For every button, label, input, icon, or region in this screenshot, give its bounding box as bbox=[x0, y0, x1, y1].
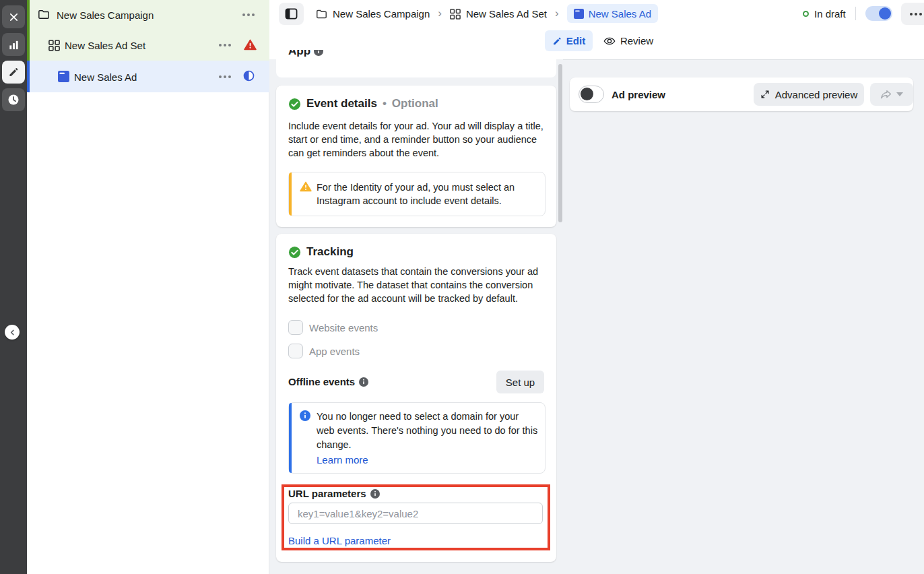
status-label: In draft bbox=[814, 8, 846, 20]
tree-row-label: New Sales Ad bbox=[74, 71, 137, 83]
more-options-icon[interactable] bbox=[219, 75, 231, 78]
folder-icon bbox=[316, 7, 327, 20]
tab-edit[interactable]: Edit bbox=[545, 30, 593, 51]
edit-tool-button[interactable] bbox=[2, 61, 25, 84]
title-separator: • bbox=[383, 97, 387, 110]
warning-accent-bar bbox=[289, 172, 292, 216]
more-actions-button[interactable] bbox=[901, 3, 924, 25]
divider bbox=[563, 59, 924, 60]
optional-badge: Optional bbox=[392, 97, 438, 110]
info-note: You no longer need to select a domain fo… bbox=[288, 402, 546, 474]
check-circle-icon bbox=[288, 98, 301, 110]
campaign-tree-panel: New Sales Campaign New Sales Ad Set New … bbox=[27, 0, 269, 574]
warning-note: For the Identity of your ad, you must se… bbox=[288, 172, 546, 216]
app-card-clipped-title: App bbox=[288, 50, 369, 59]
tracking-card: Tracking Track event datasets that conta… bbox=[276, 234, 556, 562]
advanced-preview-label: Advanced preview bbox=[775, 89, 858, 100]
scrollbar-thumb[interactable] bbox=[558, 64, 562, 222]
tab-review-label: Review bbox=[620, 35, 653, 46]
warning-icon bbox=[300, 181, 312, 192]
website-events-checkbox[interactable] bbox=[288, 320, 303, 335]
close-icon bbox=[9, 12, 19, 22]
edit-pencil-icon bbox=[8, 67, 19, 77]
tree-row-label: New Sales Ad Set bbox=[65, 40, 145, 51]
breadcrumb-ad-label: New Sales Ad bbox=[589, 8, 651, 20]
info-icon bbox=[370, 489, 380, 499]
url-parameters-input[interactable] bbox=[288, 503, 543, 524]
app-card-title: App bbox=[288, 50, 310, 58]
collapse-chevron-icon bbox=[9, 329, 16, 336]
share-icon bbox=[880, 90, 892, 100]
tab-edit-label: Edit bbox=[566, 35, 585, 46]
ad-preview-toggle[interactable] bbox=[579, 86, 604, 103]
adset-grid-icon bbox=[450, 7, 461, 20]
ad-preview-card: Ad preview Advanced preview bbox=[570, 77, 913, 111]
build-url-parameter-link[interactable]: Build a URL parameter bbox=[288, 535, 391, 546]
learn-more-link[interactable]: Learn more bbox=[317, 454, 368, 466]
section-title: Tracking bbox=[306, 245, 354, 259]
error-triangle-icon bbox=[244, 39, 257, 51]
more-options-icon[interactable] bbox=[242, 13, 255, 16]
more-options-icon bbox=[910, 13, 922, 15]
tree-row-ad[interactable]: New Sales Ad bbox=[30, 61, 269, 92]
adset-grid-icon bbox=[48, 40, 60, 51]
toggle-knob bbox=[879, 7, 891, 20]
ad-icon bbox=[58, 71, 69, 82]
offline-events-label: Offline events bbox=[288, 376, 355, 387]
edit-pencil-icon bbox=[552, 36, 562, 46]
checkbox-label: Website events bbox=[309, 322, 378, 333]
breadcrumb-adset[interactable]: New Sales Ad Set bbox=[466, 8, 547, 20]
collapse-panel-button[interactable] bbox=[5, 325, 20, 340]
toggle-knob bbox=[581, 88, 593, 100]
section-body: Track event datasets that contain the co… bbox=[288, 265, 547, 305]
more-options-icon[interactable] bbox=[219, 44, 231, 46]
url-parameters-label: URL parameters bbox=[288, 488, 366, 499]
breadcrumb-campaign[interactable]: New Sales Campaign bbox=[333, 8, 430, 20]
tree-row-label: New Sales Campaign bbox=[57, 9, 154, 21]
breadcrumb-ad-current[interactable]: New Sales Ad bbox=[567, 4, 658, 23]
checkbox-label: App events bbox=[309, 346, 360, 357]
section-title: Event details bbox=[306, 97, 377, 110]
close-button[interactable] bbox=[2, 5, 25, 28]
chevron-down-icon bbox=[896, 92, 903, 96]
info-icon bbox=[314, 50, 323, 56]
draft-status-icon bbox=[803, 11, 809, 17]
tab-review[interactable]: Review bbox=[601, 30, 655, 51]
share-button[interactable] bbox=[870, 83, 913, 106]
half-circle-progress-icon bbox=[243, 70, 255, 82]
tree-row-campaign[interactable]: New Sales Campaign bbox=[30, 0, 269, 30]
history-button[interactable] bbox=[2, 88, 25, 111]
info-accent-bar bbox=[289, 403, 292, 473]
set-up-button[interactable]: Set up bbox=[496, 371, 544, 393]
advanced-preview-button[interactable]: Advanced preview bbox=[754, 83, 864, 106]
analytics-icon bbox=[8, 39, 20, 51]
section-body: Include event details for your ad. Your … bbox=[288, 119, 546, 160]
info-text: You no longer need to select a domain fo… bbox=[317, 410, 539, 452]
analytics-button[interactable] bbox=[2, 33, 25, 56]
app-events-checkbox[interactable] bbox=[288, 344, 303, 358]
ad-icon bbox=[574, 9, 584, 19]
app-card-remnant: App bbox=[276, 27, 556, 77]
info-icon bbox=[359, 377, 368, 387]
chevron-right-icon: › bbox=[435, 7, 444, 20]
panel-toggle-icon bbox=[285, 7, 298, 20]
event-details-card: Event details • Optional Include event d… bbox=[276, 86, 556, 227]
ad-status-toggle[interactable] bbox=[865, 6, 892, 21]
info-icon bbox=[300, 410, 310, 421]
folder-icon bbox=[38, 9, 50, 20]
history-clock-icon bbox=[7, 94, 20, 106]
eye-icon bbox=[603, 35, 616, 47]
warning-text: For the Identity of your ad, you must se… bbox=[317, 181, 532, 208]
chevron-right-icon: › bbox=[552, 7, 562, 20]
ads-manager-screen: New Sales Campaign New Sales Ad Set New … bbox=[0, 0, 924, 574]
tree-row-adset[interactable]: New Sales Ad Set bbox=[30, 30, 269, 61]
expand-icon bbox=[760, 90, 770, 99]
check-circle-icon bbox=[288, 246, 301, 259]
divider bbox=[855, 7, 856, 20]
ad-preview-label: Ad preview bbox=[612, 89, 665, 100]
left-toolbar bbox=[0, 0, 27, 574]
panel-toggle-button[interactable] bbox=[279, 3, 304, 25]
